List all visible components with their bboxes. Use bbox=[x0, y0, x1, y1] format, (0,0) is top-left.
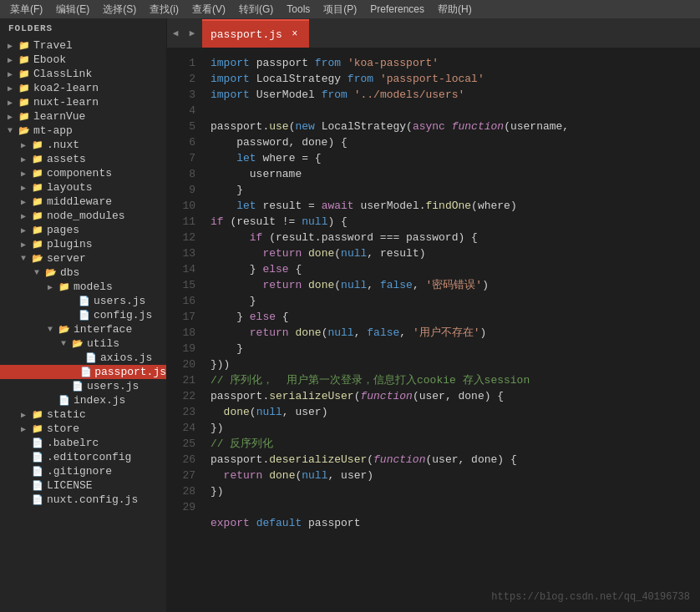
sidebar-item-nuxt-learn[interactable]: ▶ 📁 nuxt-learn bbox=[0, 95, 166, 109]
menu-preferences[interactable]: Preferences bbox=[363, 2, 431, 17]
sidebar-item-classlink[interactable]: ▶ 📁 ClassLink bbox=[0, 67, 166, 81]
sidebar-item-axios-js[interactable]: 📄 axios.js bbox=[0, 351, 166, 365]
sidebar-item-gitignore[interactable]: 📄 .gitignore bbox=[0, 464, 166, 478]
sidebar-item-label: LICENSE bbox=[47, 479, 166, 492]
sidebar-item-users-js2[interactable]: 📄 users.js bbox=[0, 379, 166, 393]
code-editor: 12345 678910 1112131415 1617181920 21222… bbox=[167, 48, 700, 612]
sidebar-item-koa2-learn[interactable]: ▶ 📁 koa2-learn bbox=[0, 81, 166, 95]
editor-area: ◀ ▶ passport.js × 12345 678910 111213141… bbox=[167, 18, 700, 612]
sidebar-item-label: index.js bbox=[74, 394, 166, 407]
sidebar-item-editorconfig[interactable]: 📄 .editorconfig bbox=[0, 450, 166, 464]
folder-icon: 📁 bbox=[30, 196, 45, 207]
sidebar-item-license[interactable]: 📄 LICENSE bbox=[0, 478, 166, 493]
editor-tab-passport[interactable]: passport.js × bbox=[202, 19, 309, 48]
sidebar-item-node-modules[interactable]: ▶ 📁 node_modules bbox=[0, 209, 166, 223]
menu-help[interactable]: 帮助(H) bbox=[431, 1, 479, 18]
sidebar-item-index-js[interactable]: 📄 index.js bbox=[0, 393, 166, 407]
menu-tools[interactable]: Tools bbox=[280, 2, 317, 17]
sidebar-item-layouts[interactable]: ▶ 📁 layouts bbox=[0, 180, 166, 195]
folder-icon: 📁 bbox=[17, 83, 32, 94]
sidebar-item-interface[interactable]: ▼ 📂 interface bbox=[0, 322, 166, 336]
folder-icon: 📁 bbox=[30, 154, 45, 164]
arrow-icon: ▶ bbox=[17, 154, 30, 164]
sidebar-item-label: pages bbox=[47, 224, 166, 236]
sidebar-item-travel[interactable]: ▶ 📁 Travel bbox=[0, 38, 166, 53]
sidebar-item-label: mt-app bbox=[33, 124, 166, 137]
sidebar-item-components[interactable]: ▶ 📁 components bbox=[0, 166, 166, 180]
arrow-icon: ▼ bbox=[43, 325, 57, 334]
arrow-icon: ▶ bbox=[17, 410, 30, 420]
sidebar-item-label: store bbox=[47, 422, 166, 435]
arrow-icon: ▶ bbox=[17, 211, 30, 221]
file-icon: 📄 bbox=[79, 367, 93, 377]
sidebar-item-models[interactable]: ▶ 📁 models bbox=[0, 280, 166, 294]
sidebar-item-label: utils bbox=[87, 337, 166, 350]
sidebar-item-label: axios.js bbox=[100, 352, 166, 364]
sidebar-item-static[interactable]: ▶ 📁 static bbox=[0, 407, 166, 422]
arrow-icon: ▶ bbox=[43, 282, 57, 292]
arrow-icon: ▶ bbox=[17, 197, 30, 207]
file-icon: 📄 bbox=[30, 480, 45, 491]
folder-icon: 📁 bbox=[17, 68, 32, 79]
menu-project[interactable]: 项目(P) bbox=[317, 1, 363, 18]
tab-bar: ◀ ▶ passport.js × bbox=[167, 18, 700, 48]
menu-view[interactable]: 查看(V) bbox=[185, 1, 232, 18]
sidebar-item-label: passport.js bbox=[94, 366, 166, 378]
sidebar-item-label: nuxt.config.js bbox=[47, 493, 166, 506]
sidebar-item-label: config.js bbox=[94, 309, 166, 321]
menu-edit[interactable]: 编辑(E) bbox=[49, 1, 96, 18]
menu-file[interactable]: 菜单(F) bbox=[3, 1, 49, 18]
sidebar-item-label: node_modules bbox=[47, 210, 166, 222]
sidebar-item-nuxt[interactable]: ▶ 📁 .nuxt bbox=[0, 138, 166, 152]
folder-open-icon: 📂 bbox=[30, 253, 45, 264]
sidebar-item-label: users.js bbox=[94, 295, 166, 307]
sidebar-item-mt-app[interactable]: ▼ 📂 mt-app bbox=[0, 124, 166, 138]
folder-icon: 📁 bbox=[30, 168, 45, 179]
sidebar-item-label: koa2-learn bbox=[33, 82, 166, 94]
sidebar-item-users-js[interactable]: 📄 users.js bbox=[0, 294, 166, 308]
sidebar: FOLDERS ▶ 📁 Travel ▶ 📁 Ebook ▶ 📁 ClassLi… bbox=[0, 18, 167, 612]
folder-open-icon: 📂 bbox=[70, 338, 85, 349]
sidebar-item-config-js[interactable]: 📄 config.js bbox=[0, 308, 166, 322]
sidebar-item-passport-js[interactable]: 📄 passport.js bbox=[0, 365, 166, 379]
sidebar-item-server[interactable]: ▼ 📂 server bbox=[0, 251, 166, 266]
arrow-icon: ▼ bbox=[57, 339, 70, 348]
sidebar-item-plugins[interactable]: ▶ 📁 plugins bbox=[0, 237, 166, 251]
tab-nav-prev[interactable]: ◀ bbox=[167, 18, 184, 48]
folder-icon: 📁 bbox=[57, 281, 72, 292]
sidebar-item-ebook[interactable]: ▶ 📁 Ebook bbox=[0, 53, 166, 67]
sidebar-item-dbs[interactable]: ▼ 📂 dbs bbox=[0, 266, 166, 280]
file-icon: 📄 bbox=[84, 352, 99, 363]
sidebar-item-label: users.js bbox=[87, 380, 166, 392]
code-content[interactable]: import passport from 'koa-passport' impo… bbox=[200, 48, 700, 612]
folder-icon: 📁 bbox=[30, 139, 45, 150]
sidebar-item-learnvue[interactable]: ▶ 📁 learnVue bbox=[0, 109, 166, 124]
folder-icon: 📁 bbox=[17, 97, 32, 108]
arrow-icon: ▶ bbox=[17, 183, 30, 193]
menu-goto[interactable]: 转到(G) bbox=[232, 1, 280, 18]
sidebar-item-nuxt-config[interactable]: 📄 nuxt.config.js bbox=[0, 493, 166, 507]
folder-open-icon: 📂 bbox=[57, 324, 72, 335]
sidebar-item-middleware[interactable]: ▶ 📁 middleware bbox=[0, 195, 166, 209]
sidebar-item-utils[interactable]: ▼ 📂 utils bbox=[0, 336, 166, 351]
menu-find[interactable]: 查找(i) bbox=[143, 1, 185, 18]
arrow-icon: ▶ bbox=[3, 69, 17, 79]
tab-nav-next[interactable]: ▶ bbox=[184, 18, 200, 48]
sidebar-item-label: models bbox=[74, 281, 166, 293]
file-icon: 📄 bbox=[70, 381, 85, 392]
tab-close-button[interactable]: × bbox=[289, 28, 301, 40]
sidebar-item-pages[interactable]: ▶ 📁 pages bbox=[0, 223, 166, 237]
sidebar-item-assets[interactable]: ▶ 📁 assets bbox=[0, 152, 166, 166]
menu-selection[interactable]: 选择(S) bbox=[96, 1, 143, 18]
line-numbers: 12345 678910 1112131415 1617181920 21222… bbox=[167, 48, 200, 612]
sidebar-item-label: .babelrc bbox=[47, 437, 166, 449]
sidebar-item-label: .gitignore bbox=[47, 465, 166, 478]
folder-icon: 📁 bbox=[30, 239, 45, 250]
folder-icon: 📁 bbox=[30, 210, 45, 221]
menu-bar: 菜单(F) 编辑(E) 选择(S) 查找(i) 查看(V) 转到(G) Tool… bbox=[0, 0, 700, 18]
file-icon: 📄 bbox=[30, 438, 45, 448]
sidebar-item-babelrc[interactable]: 📄 .babelrc bbox=[0, 436, 166, 450]
sidebar-item-store[interactable]: ▶ 📁 store bbox=[0, 422, 166, 436]
sidebar-item-label: static bbox=[47, 408, 166, 421]
sidebar-item-label: components bbox=[47, 167, 166, 180]
